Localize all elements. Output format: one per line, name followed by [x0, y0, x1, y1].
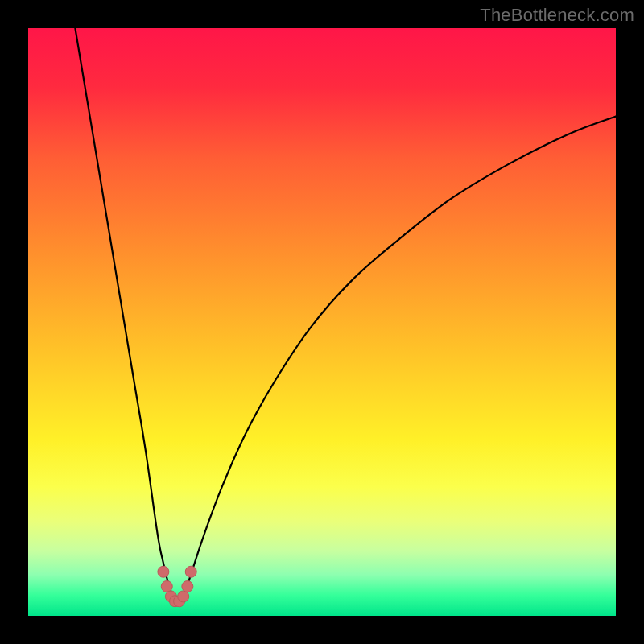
curve-left-branch	[75, 28, 175, 601]
trough-marker	[185, 566, 196, 577]
chart-frame: TheBottleneck.com	[0, 0, 644, 644]
trough-markers	[158, 566, 196, 607]
trough-marker	[178, 591, 189, 602]
curve-right-branch	[175, 117, 617, 601]
watermark-text: TheBottleneck.com	[480, 5, 634, 26]
trough-marker	[182, 581, 193, 592]
trough-marker	[161, 581, 172, 592]
curve-layer	[28, 28, 616, 616]
plot-area	[28, 28, 616, 616]
trough-marker	[158, 566, 169, 577]
